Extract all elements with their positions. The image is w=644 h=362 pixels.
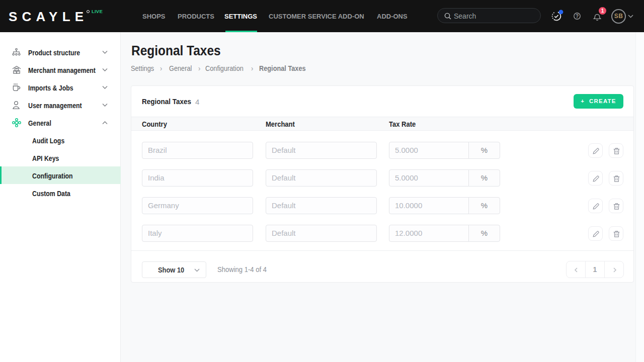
svg-text:?: ? <box>576 14 579 19</box>
